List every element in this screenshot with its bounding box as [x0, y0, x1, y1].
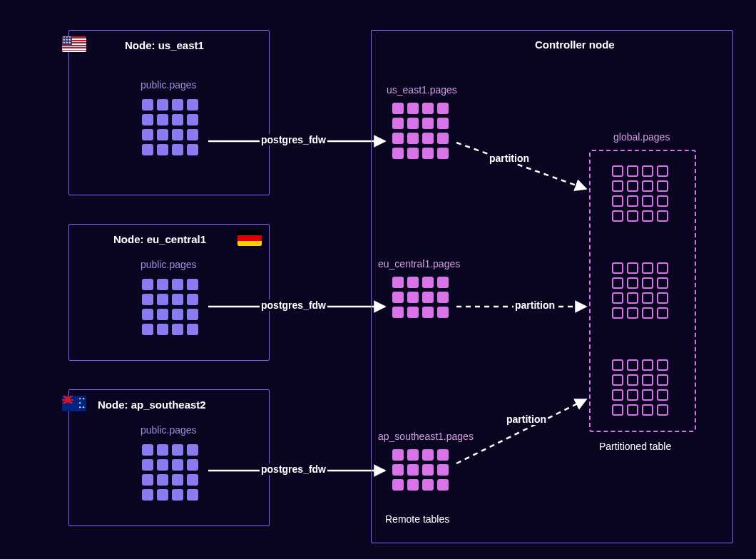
- partition-grid: [612, 262, 668, 319]
- partition-grid: [612, 359, 668, 416]
- remote-table-label: eu_central1.pages: [378, 258, 460, 270]
- remote-grid: [392, 103, 449, 159]
- flag-de-icon: [237, 230, 262, 246]
- table-label: public.pages: [141, 424, 197, 436]
- partition-label: partition: [505, 414, 548, 425]
- table-label: public.pages: [141, 259, 197, 270]
- fdw-label: postgres_fdw: [260, 134, 327, 145]
- node-title: Node: ap_southeast2: [98, 399, 206, 411]
- remote-table-label: us_east1.pages: [387, 84, 457, 96]
- fdw-label: postgres_fdw: [260, 299, 327, 311]
- global-table-label: global.pages: [613, 131, 670, 143]
- node-us-east1: Node: us_east1 public.pages: [68, 30, 270, 195]
- controller-title: Controller node: [535, 39, 615, 51]
- node-eu-central1: Node: eu_central1 public.pages: [68, 224, 270, 361]
- data-grid: [142, 279, 198, 335]
- data-grid: [142, 444, 198, 501]
- node-title: Node: us_east1: [125, 39, 204, 51]
- remote-grid: [392, 449, 449, 491]
- remote-grid: [392, 277, 449, 318]
- flag-us-icon: [62, 36, 86, 52]
- remote-table-label: ap_southeast1.pages: [378, 431, 474, 442]
- node-title: Node: eu_central1: [113, 233, 206, 245]
- partition-label: partition: [514, 299, 556, 311]
- node-ap-southeast2: Node: ap_southeast2 public.pages: [68, 389, 270, 526]
- data-grid: [142, 99, 198, 155]
- partition-label: partition: [488, 153, 531, 164]
- partition-grid: [612, 165, 668, 222]
- table-label: public.pages: [141, 79, 197, 91]
- fdw-label: postgres_fdw: [260, 463, 327, 475]
- partitioned-table-caption: Partitioned table: [599, 441, 671, 452]
- flag-au-icon: [62, 396, 86, 411]
- remote-tables-caption: Remote tables: [385, 513, 449, 525]
